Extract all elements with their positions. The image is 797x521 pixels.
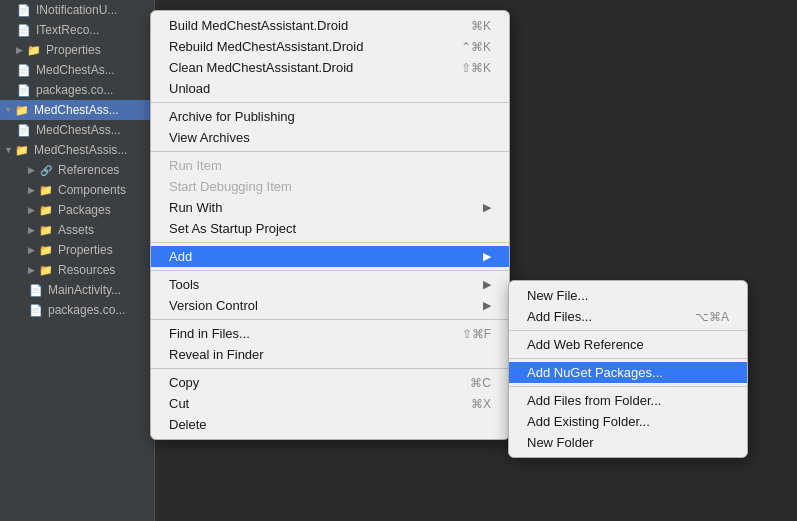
- menu-add-files[interactable]: Add Files... ⌥⌘A: [509, 306, 747, 327]
- folder-icon: [38, 242, 54, 258]
- folder-icon: [14, 102, 30, 118]
- sidebar-item-resources[interactable]: ▶ Resources: [0, 260, 154, 280]
- menu-run-with[interactable]: Run With ▶: [151, 197, 509, 218]
- separator-2: [151, 151, 509, 152]
- sidebar-item-medchestass[interactable]: ▼ MedChestAss...: [0, 100, 154, 120]
- menu-archive[interactable]: Archive for Publishing: [151, 106, 509, 127]
- menu-find-in-files[interactable]: Find in Files... ⇧⌘F: [151, 323, 509, 344]
- separator-s2: [509, 358, 747, 359]
- file-icon: [28, 302, 44, 318]
- separator-3: [151, 242, 509, 243]
- secondary-context-menu: New File... Add Files... ⌥⌘A Add Web Ref…: [508, 280, 748, 458]
- menu-start-debugging: Start Debugging Item: [151, 176, 509, 197]
- separator-6: [151, 368, 509, 369]
- menu-view-archives[interactable]: View Archives: [151, 127, 509, 148]
- menu-add[interactable]: Add ▶: [151, 246, 509, 267]
- menu-version-control[interactable]: Version Control ▶: [151, 295, 509, 316]
- menu-new-file[interactable]: New File...: [509, 285, 747, 306]
- menu-add-web-reference[interactable]: Add Web Reference: [509, 334, 747, 355]
- folder-icon: [38, 262, 54, 278]
- sidebar-item-packages-2[interactable]: ▶ Packages: [0, 200, 154, 220]
- folder-icon: [14, 142, 30, 158]
- file-icon: [16, 82, 32, 98]
- file-icon: [16, 22, 32, 38]
- sidebar: INotificationU... ITextReco... ▶ Propert…: [0, 0, 155, 521]
- separator-4: [151, 270, 509, 271]
- menu-add-files-from-folder[interactable]: Add Files from Folder...: [509, 390, 747, 411]
- sidebar-item-medchestassis[interactable]: ▼ MedChestAssis...: [0, 140, 154, 160]
- menu-reveal-in-finder[interactable]: Reveal in Finder: [151, 344, 509, 365]
- menu-startup[interactable]: Set As Startup Project: [151, 218, 509, 239]
- menu-new-folder[interactable]: New Folder: [509, 432, 747, 453]
- folder-icon: [38, 182, 54, 198]
- sidebar-item-medchestas-2[interactable]: MedChestAss...: [0, 120, 154, 140]
- sidebar-item-properties-2[interactable]: ▶ Properties: [0, 240, 154, 260]
- folder-icon: [26, 42, 42, 58]
- menu-rebuild[interactable]: Rebuild MedChestAssistant.Droid ⌃⌘K: [151, 36, 509, 57]
- ref-icon: [38, 162, 54, 178]
- arrow-icon: ▶: [483, 299, 491, 312]
- file-icon: [16, 122, 32, 138]
- menu-delete[interactable]: Delete: [151, 414, 509, 435]
- sidebar-item-references[interactable]: ▶ References: [0, 160, 154, 180]
- sidebar-item-assets[interactable]: ▶ Assets: [0, 220, 154, 240]
- file-icon: [16, 2, 32, 18]
- primary-context-menu: Build MedChestAssistant.Droid ⌘K Rebuild…: [150, 10, 510, 440]
- arrow-icon: ▶: [483, 250, 491, 263]
- separator-s1: [509, 330, 747, 331]
- sidebar-item-packages-3[interactable]: packages.co...: [0, 300, 154, 320]
- sidebar-item-mainactivity[interactable]: MainActivity...: [0, 280, 154, 300]
- sidebar-item-packages-1[interactable]: packages.co...: [0, 80, 154, 100]
- menu-build[interactable]: Build MedChestAssistant.Droid ⌘K: [151, 15, 509, 36]
- separator-5: [151, 319, 509, 320]
- file-icon: [28, 282, 44, 298]
- sidebar-item-medchestas-1[interactable]: MedChestAs...: [0, 60, 154, 80]
- folder-icon: [38, 222, 54, 238]
- sidebar-item-properties-1[interactable]: ▶ Properties: [0, 40, 154, 60]
- menu-add-existing-folder[interactable]: Add Existing Folder...: [509, 411, 747, 432]
- sidebar-item-inotification[interactable]: INotificationU...: [0, 0, 154, 20]
- separator-s3: [509, 386, 747, 387]
- folder-icon: [38, 202, 54, 218]
- menu-add-nuget[interactable]: Add NuGet Packages...: [509, 362, 747, 383]
- arrow-icon: ▶: [483, 278, 491, 291]
- menu-copy[interactable]: Copy ⌘C: [151, 372, 509, 393]
- sidebar-item-components[interactable]: ▶ Components: [0, 180, 154, 200]
- sidebar-item-itextreco[interactable]: ITextReco...: [0, 20, 154, 40]
- menu-unload[interactable]: Unload: [151, 78, 509, 99]
- file-icon: [16, 62, 32, 78]
- separator-1: [151, 102, 509, 103]
- menu-tools[interactable]: Tools ▶: [151, 274, 509, 295]
- menu-clean[interactable]: Clean MedChestAssistant.Droid ⇧⌘K: [151, 57, 509, 78]
- menu-run-item: Run Item: [151, 155, 509, 176]
- menu-cut[interactable]: Cut ⌘X: [151, 393, 509, 414]
- arrow-icon: ▶: [483, 201, 491, 214]
